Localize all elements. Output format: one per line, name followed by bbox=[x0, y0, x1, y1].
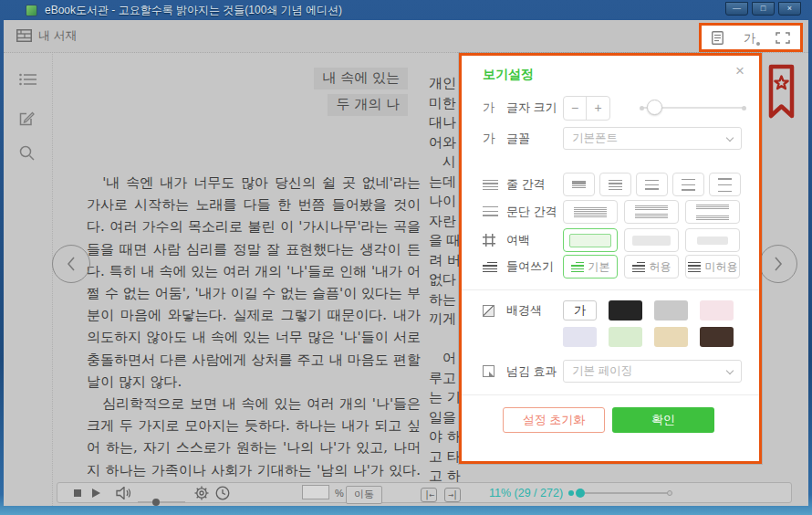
right-page-line: 루고 bbox=[429, 370, 462, 390]
font-select[interactable]: 기본폰트 bbox=[563, 127, 742, 150]
stop-button[interactable] bbox=[74, 483, 81, 502]
font-settings-icon[interactable]: 가 bbox=[744, 32, 755, 44]
right-page-line: 는 기 bbox=[429, 389, 462, 409]
view-settings-panel: 보기설정 × 가 글자 크기 − + 가 글꼴 bbox=[459, 53, 762, 464]
my-library-button[interactable]: 내 서재 bbox=[16, 27, 78, 44]
line-spacing-option-1[interactable] bbox=[563, 173, 595, 196]
chevron-right-icon bbox=[773, 256, 784, 272]
line-spacing-option-5[interactable] bbox=[709, 173, 741, 196]
play-button[interactable] bbox=[92, 483, 100, 502]
right-page-line: 어와 bbox=[429, 134, 462, 154]
indent-row: 들여쓰기 기본 허용 미허용 bbox=[483, 255, 744, 279]
close-button[interactable]: × bbox=[778, 2, 801, 16]
panel-title: 보기설정 bbox=[483, 67, 534, 83]
paragraph-spacing-label: 문단 간격 bbox=[506, 204, 563, 220]
volume-slider[interactable] bbox=[138, 492, 185, 506]
progress-end-dot bbox=[667, 490, 672, 496]
next-page-button[interactable] bbox=[759, 245, 797, 283]
view-settings-icon[interactable] bbox=[712, 31, 724, 45]
reset-settings-button[interactable]: 설정 초기화 bbox=[503, 407, 605, 433]
page-effect-select[interactable]: 기본 페이징 bbox=[563, 360, 742, 383]
fullscreen-icon[interactable] bbox=[776, 32, 790, 44]
progress-track[interactable] bbox=[585, 492, 671, 494]
line-spacing-icon bbox=[483, 180, 498, 190]
line-spacing-row: 줄 간격 bbox=[483, 173, 744, 196]
margin-label: 여백 bbox=[506, 232, 563, 248]
bg-swatch-white[interactable]: 가 bbox=[563, 300, 597, 321]
bg-color-label: 배경색 bbox=[506, 302, 563, 319]
line-spacing-option-3[interactable] bbox=[636, 173, 668, 196]
right-page-line: 야 하 bbox=[429, 428, 462, 448]
font-row: 가 글꼴 기본폰트 bbox=[483, 127, 744, 150]
jump-forward-button[interactable]: →| bbox=[444, 485, 461, 504]
paragraph-spacing-option-3[interactable] bbox=[685, 200, 740, 224]
bg-swatch-pink[interactable] bbox=[700, 300, 734, 321]
bg-swatch-dark[interactable] bbox=[609, 300, 642, 321]
bg-swatch-green[interactable] bbox=[609, 327, 642, 347]
prev-page-button[interactable] bbox=[52, 245, 90, 283]
goto-button[interactable]: 이동 bbox=[346, 485, 382, 504]
percent-sign: % bbox=[335, 483, 344, 502]
indent-option-default[interactable]: 기본 bbox=[563, 255, 618, 279]
bg-swatch-brown[interactable] bbox=[700, 327, 734, 347]
line-spacing-option-4[interactable] bbox=[672, 173, 704, 196]
paragraph-spacing-icon bbox=[483, 206, 498, 217]
minimize-button[interactable]: — bbox=[725, 2, 748, 16]
font-size-decrease-button[interactable]: − bbox=[564, 97, 587, 120]
search-icon[interactable] bbox=[19, 145, 35, 164]
paragraph-spacing-option-1[interactable] bbox=[563, 200, 618, 224]
chevron-down-icon bbox=[726, 367, 734, 374]
margin-option-2[interactable] bbox=[624, 228, 679, 252]
left-sidebar bbox=[4, 54, 53, 506]
bottom-control-bar: % 이동 |← →| 11% (29 / 272) bbox=[57, 482, 792, 503]
font-size-slider-handle[interactable] bbox=[647, 100, 662, 115]
chapter-title-line: 내 속에 있는 bbox=[314, 68, 408, 89]
confirm-button[interactable]: 확인 bbox=[612, 407, 714, 433]
paragraph-spacing-option-2[interactable] bbox=[624, 200, 679, 224]
right-page-line: 대나 bbox=[429, 114, 462, 134]
titlebar[interactable]: eBook도서관 - 고요할수록 밝아지는 것들(100쇄 기념 에디션) — … bbox=[0, 0, 812, 20]
clock-icon bbox=[215, 486, 230, 500]
bookmark-icon[interactable] bbox=[768, 64, 795, 124]
font-icon: 가 bbox=[483, 131, 506, 147]
bookshelf-icon bbox=[16, 29, 32, 42]
right-page-line: 끼게 bbox=[429, 310, 462, 331]
margin-option-1[interactable] bbox=[563, 228, 618, 252]
font-size-increase-button[interactable]: + bbox=[587, 97, 609, 120]
font-size-stepper: − + bbox=[563, 96, 610, 121]
close-icon[interactable]: × bbox=[735, 63, 744, 79]
progress-slider-handle[interactable] bbox=[576, 489, 585, 498]
paragraph-spacing-row: 문단 간격 bbox=[483, 200, 744, 224]
volume-icon[interactable] bbox=[116, 483, 132, 502]
font-size-slider[interactable] bbox=[641, 107, 744, 109]
note-edit-icon[interactable] bbox=[19, 110, 35, 130]
highlighted-toolbar-group: 가 bbox=[699, 23, 803, 52]
bg-swatch-lavender[interactable] bbox=[563, 327, 597, 347]
goto-percent-input[interactable] bbox=[302, 485, 329, 499]
tts-settings-button[interactable] bbox=[194, 483, 209, 502]
font-select-value: 기본폰트 bbox=[572, 131, 618, 146]
right-page-line: 려 버 bbox=[429, 252, 462, 272]
volume-slider-handle[interactable] bbox=[152, 499, 160, 506]
my-library-label: 내 서재 bbox=[38, 27, 78, 44]
indent-option-disallow[interactable]: 미허용 bbox=[685, 255, 740, 279]
right-page-line: 일을 bbox=[429, 409, 462, 429]
right-page-line bbox=[429, 331, 462, 351]
bg-swatch-gray[interactable] bbox=[654, 300, 688, 321]
timer-button[interactable] bbox=[215, 483, 230, 502]
right-page-line: 을 때 bbox=[429, 232, 462, 252]
table-of-contents-icon[interactable] bbox=[19, 73, 36, 89]
bg-swatch-beige[interactable] bbox=[654, 327, 688, 347]
chevron-left-icon bbox=[66, 256, 77, 272]
font-size-label: 글자 크기 bbox=[506, 100, 563, 116]
right-page-line: 는데 bbox=[429, 173, 462, 194]
divider bbox=[462, 289, 759, 290]
right-page-line: 없다 bbox=[429, 271, 462, 291]
app-icon bbox=[26, 5, 37, 16]
maximize-button[interactable]: □ bbox=[752, 2, 775, 16]
jump-back-button[interactable]: |← bbox=[421, 485, 437, 504]
margin-option-3[interactable] bbox=[685, 228, 740, 252]
indent-option-allow[interactable]: 허용 bbox=[624, 255, 679, 279]
line-spacing-option-2[interactable] bbox=[599, 173, 631, 196]
app-content: 내 서재 가 bbox=[4, 20, 808, 506]
